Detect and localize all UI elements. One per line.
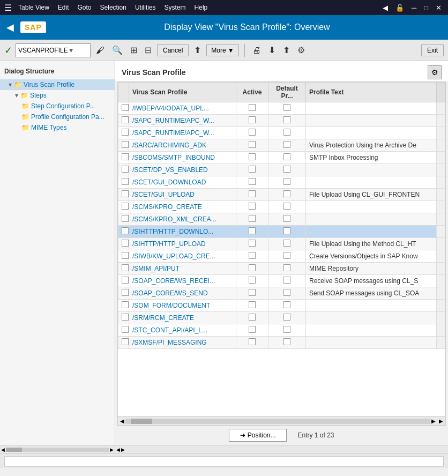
layout-btn[interactable]: ⊟ <box>143 43 154 57</box>
row-checkbox[interactable] <box>122 141 129 148</box>
exit-button[interactable]: Exit <box>421 44 444 56</box>
active-checkbox[interactable] <box>249 301 256 308</box>
scroll-thumb[interactable] <box>131 419 152 424</box>
print-btn[interactable]: 🖨 <box>250 43 263 57</box>
sidebar-item-steps[interactable]: ▾ 📁 Steps <box>0 90 115 101</box>
row-select-cell[interactable] <box>118 102 129 115</box>
default-checkbox[interactable] <box>283 301 290 308</box>
search-btn[interactable]: 🔍 <box>110 43 125 57</box>
menu-help[interactable]: Help <box>195 4 208 11</box>
active-cell[interactable] <box>236 337 268 349</box>
table-row[interactable]: /SCMS/KPRO_XML_CREA... <box>118 213 445 226</box>
default-checkbox[interactable] <box>283 129 290 136</box>
default-cell[interactable] <box>268 250 306 263</box>
table-row[interactable]: /STC_CONT_API/API_L... <box>118 324 445 337</box>
active-cell[interactable] <box>236 324 268 337</box>
default-cell[interactable] <box>268 102 306 115</box>
horizontal-scrollbar[interactable]: ◀ ▶ ▶ <box>118 416 445 425</box>
table-row[interactable]: /SCET/GUI_DOWNLOAD <box>118 176 445 189</box>
default-checkbox[interactable] <box>283 166 290 173</box>
row-checkbox[interactable] <box>122 314 129 321</box>
cancel-button[interactable]: Cancel <box>157 44 189 56</box>
default-checkbox[interactable] <box>283 203 290 210</box>
nav-back-btn[interactable]: ◀ <box>380 3 390 13</box>
default-cell[interactable] <box>268 337 306 349</box>
lock-icon[interactable]: 🔓 <box>393 3 406 13</box>
row-checkbox[interactable] <box>122 178 129 185</box>
active-checkbox[interactable] <box>249 104 256 111</box>
row-checkbox[interactable] <box>122 338 129 345</box>
row-select-cell[interactable] <box>118 275 129 287</box>
table-row[interactable]: /SMIM_API/PUTMIME Repository <box>118 263 445 275</box>
default-cell[interactable] <box>268 115 306 127</box>
active-cell[interactable] <box>236 127 268 139</box>
sidebar-item-step-config[interactable]: 📁 Step Configuration P... <box>0 101 115 111</box>
active-cell[interactable] <box>236 201 268 213</box>
default-cell[interactable] <box>268 300 306 312</box>
active-cell[interactable] <box>236 238 268 250</box>
table-row[interactable]: /IWBEP/V4/ODATA_UPL... <box>118 102 445 115</box>
table-row[interactable]: /SAPC_RUNTIME/APC_W... <box>118 115 445 127</box>
sidebar-item-profile-config[interactable]: 📁 Profile Configuration Pa... <box>0 111 115 122</box>
table-row[interactable]: /SOM_FORM/DOCUMENT <box>118 300 445 312</box>
menu-system[interactable]: System <box>165 4 186 11</box>
active-cell[interactable] <box>236 115 268 127</box>
menu-utilities[interactable]: Utilities <box>135 4 156 11</box>
row-checkbox[interactable] <box>122 301 129 308</box>
table-selector-dropdown[interactable]: VSCANPROFILE ▼ <box>16 43 91 57</box>
default-checkbox[interactable] <box>283 227 290 234</box>
active-cell[interactable] <box>236 250 268 263</box>
row-select-cell[interactable] <box>118 226 129 238</box>
row-select-cell[interactable] <box>118 213 129 226</box>
more-button[interactable]: More ▼ <box>206 44 238 56</box>
active-cell[interactable] <box>236 226 268 238</box>
row-checkbox[interactable] <box>122 289 129 296</box>
active-checkbox[interactable] <box>249 129 256 136</box>
table-row[interactable]: /SIHTTP/HTTP_DOWNLO... <box>118 226 445 238</box>
scroll-right-btn[interactable]: ▶ <box>430 418 437 424</box>
active-checkbox[interactable] <box>249 277 256 284</box>
default-checkbox[interactable] <box>283 289 290 296</box>
download-btn[interactable]: ⬇ <box>266 43 278 57</box>
sidebar-scroll-area[interactable]: ◀ ▶ <box>0 445 115 453</box>
close-btn[interactable]: ✕ <box>434 3 444 13</box>
table-row[interactable]: /SARC/ARCHIVING_ADKVirus Protection Usin… <box>118 139 445 152</box>
row-select-cell[interactable] <box>118 300 129 312</box>
default-checkbox[interactable] <box>283 116 290 123</box>
row-checkbox[interactable] <box>122 129 129 136</box>
default-checkbox[interactable] <box>283 141 290 148</box>
active-checkbox[interactable] <box>249 190 256 197</box>
scroll-track[interactable] <box>125 419 430 424</box>
active-cell[interactable] <box>236 189 268 201</box>
scroll-left-btn[interactable]: ◀ <box>119 418 125 424</box>
active-checkbox[interactable] <box>249 264 256 271</box>
settings-btn[interactable]: ⚙ <box>295 43 307 57</box>
default-cell[interactable] <box>268 201 306 213</box>
row-select-cell[interactable] <box>118 250 129 263</box>
default-checkbox[interactable] <box>283 190 290 197</box>
row-checkbox[interactable] <box>122 326 129 333</box>
default-checkbox[interactable] <box>283 240 290 247</box>
sidebar-item-mime-types[interactable]: 📁 MIME Types <box>0 122 115 133</box>
row-select-cell[interactable] <box>118 164 129 176</box>
active-cell[interactable] <box>236 213 268 226</box>
row-select-cell[interactable] <box>118 263 129 275</box>
table-row[interactable]: /SIHTTP/HTTP_UPLOADFile Upload Using the… <box>118 238 445 250</box>
default-cell[interactable] <box>268 263 306 275</box>
table-row[interactable]: /SBCOMS/SMTP_INBOUNDSMTP Inbox Processin… <box>118 152 445 164</box>
nav-right-icon[interactable]: ▶ <box>121 447 125 452</box>
table-row[interactable]: /SAPC_RUNTIME/APC_W... <box>118 127 445 139</box>
position-button[interactable]: ➔ Position... <box>229 429 287 442</box>
active-cell[interactable] <box>236 263 268 275</box>
default-checkbox[interactable] <box>283 178 290 185</box>
status-input[interactable] <box>4 456 444 467</box>
upload-btn[interactable]: ⬆ <box>192 43 203 57</box>
sidebar-scroll-left[interactable]: ◀ <box>1 447 5 452</box>
active-cell[interactable] <box>236 275 268 287</box>
default-checkbox[interactable] <box>283 314 290 321</box>
active-checkbox[interactable] <box>249 116 256 123</box>
active-checkbox[interactable] <box>249 166 256 173</box>
active-cell[interactable] <box>236 102 268 115</box>
sidebar-scroll-right[interactable]: ▶ <box>110 447 114 452</box>
default-cell[interactable] <box>268 275 306 287</box>
